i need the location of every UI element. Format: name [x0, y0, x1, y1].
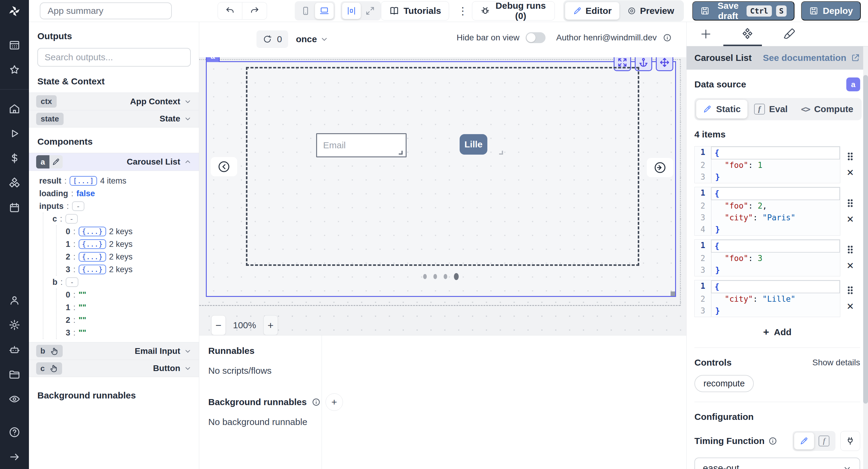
info-icon[interactable] [312, 398, 321, 407]
component-row-carousel[interactable]: a Carousel List [29, 153, 199, 171]
info-icon[interactable] [663, 33, 672, 42]
zoom-in-button[interactable]: + [264, 315, 278, 335]
desktop-view-button[interactable] [315, 3, 334, 19]
zoom-out-button[interactable]: − [211, 315, 226, 335]
resources-icon[interactable] [8, 176, 21, 190]
app-summary-input[interactable] [40, 2, 172, 19]
tutorials-button[interactable]: Tutorials [381, 1, 449, 21]
users-icon[interactable] [8, 293, 21, 307]
folders-icon[interactable] [8, 368, 21, 381]
delete-item-icon[interactable]: ✕ [846, 167, 854, 178]
deploy-button[interactable]: Deploy [801, 1, 861, 21]
insert-component-plus-icon[interactable] [700, 28, 712, 40]
chevron-up-icon[interactable] [184, 158, 192, 166]
lille-button[interactable]: Lille [460, 134, 487, 155]
home-icon[interactable] [8, 102, 21, 116]
expand-object-chip[interactable]: {...} [79, 264, 106, 274]
chevron-down-icon[interactable] [184, 115, 192, 123]
refresh-count-button[interactable]: 0 [256, 30, 288, 48]
email-input[interactable] [316, 133, 407, 157]
delete-item-icon[interactable]: ✕ [846, 214, 854, 224]
drag-handle-icon[interactable] [846, 245, 854, 254]
json-item-editor[interactable]: 1{2 "foo": 2,3 "city": "Paris"4} [694, 187, 840, 236]
carousel-item-dropzone[interactable] [246, 67, 639, 266]
favorites-star-icon[interactable] [8, 63, 21, 76]
hide-bar-toggle[interactable] [526, 32, 546, 43]
variables-dollar-icon[interactable] [8, 152, 21, 165]
state-row[interactable]: state State [29, 110, 199, 127]
static-mode-button[interactable]: Static [696, 100, 747, 119]
component-row-email[interactable]: b Email Input [29, 342, 199, 359]
mobile-view-button[interactable] [296, 3, 315, 19]
carousel-dot-active[interactable] [454, 273, 459, 280]
debug-runs-button[interactable]: Debug runs (0) [472, 1, 555, 21]
see-documentation-link[interactable]: See documentation [763, 53, 860, 63]
compute-mode-button[interactable]: <> Compute [794, 100, 860, 119]
expand-array-chip[interactable]: [...] [70, 176, 97, 186]
schedules-calendar-icon[interactable] [8, 201, 21, 214]
expand-object-chip[interactable]: {...} [79, 252, 106, 262]
component-settings-tab-icon[interactable] [741, 27, 754, 41]
chevron-down-icon[interactable] [184, 98, 192, 105]
scrollbar-thumb[interactable] [863, 75, 868, 404]
component-row-button[interactable]: c Button [29, 359, 199, 377]
json-item-editor[interactable]: 1{2 "foo": 13} [694, 146, 840, 183]
json-item-editor[interactable]: 1{2 "city": "Lille"3} [694, 280, 840, 317]
search-outputs-input[interactable] [37, 48, 191, 67]
delete-item-icon[interactable]: ✕ [846, 260, 854, 271]
drag-handle-icon[interactable] [846, 152, 854, 161]
eval-mode-button[interactable]: f Eval [747, 100, 795, 119]
resize-corner-icon[interactable] [399, 151, 403, 155]
scrollbar-track[interactable] [863, 46, 868, 469]
eval-function-button[interactable]: f [814, 433, 834, 449]
audit-eye-icon[interactable] [8, 393, 21, 406]
settings-gear-icon[interactable] [8, 318, 21, 332]
carousel-dot[interactable] [444, 274, 447, 279]
more-options-kebab-icon[interactable]: ⋮ [458, 5, 464, 17]
move-component-icon[interactable] [656, 57, 673, 71]
timing-function-select[interactable]: ease-out [694, 458, 860, 469]
workspace-icon[interactable] [8, 39, 21, 52]
resize-corner-icon[interactable] [499, 151, 503, 155]
carousel-next-button[interactable] [647, 158, 673, 177]
refresh-mode-select[interactable]: once [296, 34, 329, 44]
show-details-link[interactable]: Show details [812, 358, 860, 368]
drag-handle-icon[interactable] [846, 285, 854, 295]
carousel-dot[interactable] [433, 274, 437, 279]
carousel-dot[interactable] [423, 274, 427, 279]
expand-object-chip[interactable]: {...} [79, 239, 106, 249]
save-draft-button[interactable]: Save draft Ctrl S [692, 1, 795, 21]
connect-plug-button[interactable] [840, 431, 860, 451]
chevron-down-icon[interactable] [184, 347, 192, 355]
ctx-row[interactable]: ctx App Context [29, 93, 199, 110]
windmill-logo-icon[interactable] [7, 4, 22, 18]
static-pencil-button[interactable] [794, 433, 814, 449]
expand-object-chip[interactable]: {...} [79, 227, 106, 236]
editor-tab[interactable]: Editor [565, 2, 620, 20]
delete-item-icon[interactable]: ✕ [846, 301, 854, 312]
selection-id-tab[interactable]: a [206, 57, 220, 62]
rename-pencil-icon[interactable] [50, 155, 63, 168]
add-item-button[interactable]: + Add [694, 326, 860, 338]
selection-resize-handle[interactable] [671, 291, 675, 296]
fullscreen-button[interactable] [361, 3, 379, 19]
runs-play-icon[interactable] [8, 127, 21, 140]
workers-robot-icon[interactable] [8, 343, 21, 356]
chevron-down-icon[interactable] [184, 365, 192, 372]
preview-tab[interactable]: Preview [619, 2, 682, 20]
recompute-pill-button[interactable]: recompute [694, 375, 754, 392]
drag-handle-icon[interactable] [846, 198, 854, 208]
center-align-button[interactable] [342, 3, 361, 19]
carousel-prev-button[interactable] [211, 157, 237, 176]
app-canvas[interactable]: a Lille − 100% + [199, 57, 686, 335]
collapse-chip[interactable]: - [72, 201, 85, 211]
info-icon[interactable] [768, 436, 777, 445]
collapse-rail-arrow-icon[interactable] [8, 450, 21, 464]
redo-button[interactable] [242, 2, 267, 20]
help-icon[interactable] [8, 426, 21, 439]
json-item-editor[interactable]: 1{2 "foo": 33} [694, 239, 840, 276]
collapse-chip[interactable]: - [66, 277, 79, 287]
add-background-runnable-button[interactable]: + [326, 393, 343, 411]
styling-brush-tab-icon[interactable] [783, 28, 796, 40]
collapse-chip[interactable]: - [65, 214, 78, 224]
